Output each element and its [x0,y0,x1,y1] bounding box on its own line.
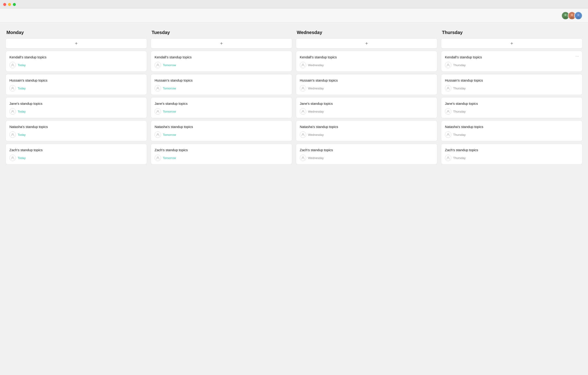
card-date-kendall-tue: Tomorrow [163,64,176,67]
card-hussain-thu[interactable]: Hussain's standup topics Thursday [441,74,582,95]
card-date-zach-mon: Today [18,156,26,160]
card-natasha-thu[interactable]: Natasha's standup topics Thursday [441,120,582,141]
card-meta-hussain-thu: Thursday [445,85,578,91]
card-avatar-icon-zach-mon [10,155,16,161]
card-kendall-wed[interactable]: Kendall's standup topics Wednesday [296,51,437,72]
card-date-zach-tue: Tomorrow [163,156,176,160]
card-zach-tue[interactable]: Zach's standup topics Tomorrow [151,144,292,164]
card-more-btn-kendall-thu[interactable]: ··· [576,54,579,58]
column-header-thursday: Thursday [441,30,582,35]
title-bar [0,0,588,9]
avatar-3 [574,11,582,20]
traffic-light-close[interactable] [3,3,6,6]
card-meta-kendall-thu: Thursday [445,62,578,68]
card-avatar-icon-natasha-wed [300,131,306,138]
card-title-jane-mon: Jane's standup topics [10,102,143,106]
card-meta-hussain-mon: Today [10,85,143,91]
card-meta-natasha-mon: Today [10,131,143,138]
card-meta-hussain-wed: Wednesday [300,85,433,91]
card-jane-thu[interactable]: Jane's standup topics Thursday [441,97,582,118]
card-jane-wed[interactable]: Jane's standup topics Wednesday [296,97,437,118]
card-title-jane-tue: Jane's standup topics [155,102,288,106]
card-avatar-icon-zach-thu [445,155,451,161]
add-card-btn-monday[interactable]: + [6,38,147,48]
card-meta-zach-thu: Thursday [445,155,578,161]
card-title-kendall-thu: Kendall's standup topics [445,55,578,59]
card-date-hussain-wed: Wednesday [308,87,324,90]
card-hussain-tue[interactable]: Hussain's standup topics Tomorrow [151,74,292,95]
card-meta-kendall-tue: Tomorrow [155,62,288,68]
card-avatar-icon-kendall-mon [10,62,16,68]
card-natasha-wed[interactable]: Natasha's standup topics Wednesday [296,120,437,141]
card-avatar-icon-jane-thu [445,108,451,115]
cards-list-thursday: Kendall's standup topics Thursday···Huss… [441,51,582,164]
column-header-wednesday: Wednesday [296,30,437,35]
card-avatar-icon-natasha-tue [155,131,161,138]
add-card-btn-tuesday[interactable]: + [151,38,292,48]
card-title-natasha-mon: Natasha's standup topics [10,125,143,129]
cards-list-monday: Kendall's standup topics TodayHussain's … [6,51,147,164]
card-avatar-icon-hussain-mon [10,85,16,91]
card-title-hussain-wed: Hussain's standup topics [300,78,433,82]
card-date-zach-wed: Wednesday [308,156,324,160]
svg-point-1 [564,14,567,16]
card-date-jane-mon: Today [18,110,26,113]
card-meta-kendall-mon: Today [10,62,143,68]
card-avatar-icon-natasha-mon [10,131,16,138]
column-header-monday: Monday [6,30,147,35]
column-monday: Monday+Kendall's standup topics TodayHus… [6,30,147,164]
add-card-btn-wednesday[interactable]: + [296,38,437,48]
traffic-light-maximize[interactable] [13,3,16,6]
cards-list-tuesday: Kendall's standup topics TomorrowHussain… [151,51,292,164]
card-date-natasha-wed: Wednesday [308,133,324,137]
card-avatar-icon-jane-wed [300,108,306,115]
card-avatar-icon-zach-tue [155,155,161,161]
main-content: Monday+Kendall's standup topics TodayHus… [0,22,588,170]
card-title-kendall-mon: Kendall's standup topics [10,55,143,59]
card-date-hussain-mon: Today [18,87,26,90]
card-title-kendall-wed: Kendall's standup topics [300,55,433,59]
card-jane-tue[interactable]: Jane's standup topics Tomorrow [151,97,292,118]
card-date-jane-thu: Thursday [453,110,466,113]
card-hussain-mon[interactable]: Hussain's standup topics Today [6,74,147,95]
card-zach-thu[interactable]: Zach's standup topics Thursday [441,144,582,164]
card-date-zach-thu: Thursday [453,156,466,160]
card-avatar-icon-kendall-thu [445,62,451,68]
card-date-jane-wed: Wednesday [308,110,324,113]
card-meta-zach-mon: Today [10,155,143,161]
card-meta-jane-mon: Today [10,108,143,115]
card-meta-natasha-thu: Thursday [445,131,578,138]
app-header [0,9,588,22]
svg-point-4 [571,14,573,16]
card-hussain-wed[interactable]: Hussain's standup topics Wednesday [296,74,437,95]
card-meta-natasha-tue: Tomorrow [155,131,288,138]
columns-container: Monday+Kendall's standup topics TodayHus… [6,30,582,164]
card-title-hussain-mon: Hussain's standup topics [10,78,143,82]
card-date-kendall-thu: Thursday [453,64,466,67]
card-avatar-icon-jane-mon [10,108,16,115]
card-title-zach-tue: Zach's standup topics [155,148,288,152]
card-kendall-thu[interactable]: Kendall's standup topics Thursday··· [441,51,582,72]
card-zach-wed[interactable]: Zach's standup topics Wednesday [296,144,437,164]
card-kendall-tue[interactable]: Kendall's standup topics Tomorrow [151,51,292,72]
card-title-zach-thu: Zach's standup topics [445,148,578,152]
traffic-light-minimize[interactable] [8,3,11,6]
card-avatar-icon-kendall-wed [300,62,306,68]
column-tuesday: Tuesday+Kendall's standup topics Tomorro… [151,30,292,164]
card-date-natasha-mon: Today [18,133,26,137]
card-natasha-tue[interactable]: Natasha's standup topics Tomorrow [151,120,292,141]
card-kendall-mon[interactable]: Kendall's standup topics Today [6,51,147,72]
card-avatar-icon-hussain-tue [155,85,161,91]
card-title-natasha-tue: Natasha's standup topics [155,125,288,129]
card-jane-mon[interactable]: Jane's standup topics Today [6,97,147,118]
card-natasha-mon[interactable]: Natasha's standup topics Today [6,120,147,141]
add-card-btn-thursday[interactable]: + [441,38,582,48]
card-avatar-icon-hussain-thu [445,85,451,91]
card-zach-mon[interactable]: Zach's standup topics Today [6,144,147,164]
column-header-tuesday: Tuesday [151,30,292,35]
avatars-group [561,11,582,20]
card-title-natasha-thu: Natasha's standup topics [445,125,578,129]
card-title-hussain-thu: Hussain's standup topics [445,78,578,82]
card-meta-jane-thu: Thursday [445,108,578,115]
card-title-natasha-wed: Natasha's standup topics [300,125,433,129]
